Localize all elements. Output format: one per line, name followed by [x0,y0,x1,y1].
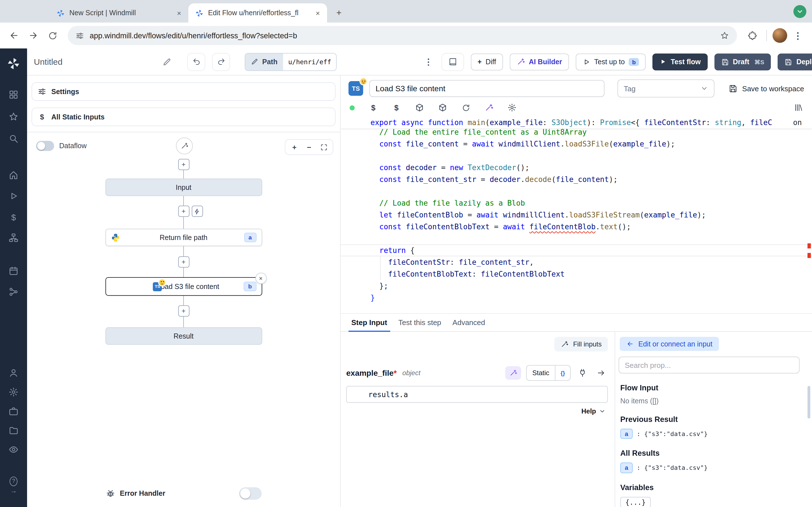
connect-input-button[interactable] [576,366,589,380]
resources-picker-icon[interactable]: $ [392,103,401,112]
code-line[interactable]: fileContentBlobText: fileContentBlobText [341,268,812,280]
input-node[interactable]: Input [105,179,262,196]
code-line[interactable] [341,150,812,162]
tab-close-icon[interactable]: × [174,8,184,18]
ai-flow-button[interactable] [175,137,193,154]
variables-badge[interactable]: {...} [620,497,651,507]
code-editor[interactable]: export async function main(example_file:… [341,117,812,313]
all-static-inputs-button[interactable]: $ All Static Inputs [32,108,336,126]
resources-icon[interactable] [8,233,18,243]
help-button[interactable]: Help [346,407,608,415]
expression-value[interactable]: results.a [368,390,408,399]
code-line[interactable]: let fileContentBlob = await windmillClie… [341,209,812,221]
fill-inputs-button[interactable]: Fill inputs [555,337,608,351]
previous-result-row[interactable]: a : {"s3":"data.csv"} [620,429,805,439]
delete-step-button[interactable]: × [255,273,266,284]
step-summary-input[interactable] [369,80,605,97]
scrollbar-thumb[interactable] [808,386,810,418]
more-options-icon[interactable]: ⋮ [422,57,435,67]
edit-or-connect-banner[interactable]: Edit or connect an input [620,337,719,351]
flow-title-group[interactable]: Untitled [34,57,171,66]
add-step-button[interactable]: + [178,159,189,170]
schedules-icon[interactable] [8,266,18,276]
library-icon[interactable] [794,103,803,112]
code-line[interactable]: fileContentStr: file_content_str, [341,256,812,268]
draft-button[interactable]: Draft ⌘S [714,53,771,70]
error-handler-toggle[interactable] [239,487,261,500]
zoom-out-button[interactable]: − [305,143,313,151]
url-text[interactable]: app.windmill.dev/flows/edit/u/henri/effo… [90,31,714,40]
apps-icon[interactable] [8,90,18,100]
profile-avatar[interactable] [772,28,787,43]
expression-mode-button[interactable]: {} [555,365,570,380]
code-line[interactable] [341,233,812,244]
step-node-b-selected[interactable]: TS Load S3 file content b × [105,277,262,296]
browser-tab-edit-flow[interactable]: Edit Flow u/henri/effortless_fl × [188,3,327,22]
search-icon[interactable] [8,133,18,144]
url-bar[interactable]: app.windmill.dev/flows/edit/u/henri/effo… [68,26,737,45]
save-to-workspace-button[interactable]: Save to workspace [721,84,804,93]
tag-select[interactable]: Tag [617,79,714,98]
ai-fill-button[interactable] [505,366,521,380]
code-lines[interactable]: // Load the entire file_content as a Uin… [341,126,812,304]
audit-logs-icon[interactable] [8,445,18,455]
zoom-in-button[interactable]: + [290,143,298,151]
help-icon[interactable]: ? [10,477,17,485]
code-line[interactable]: const file_content = await windmillClien… [341,138,812,150]
site-settings-icon[interactable] [75,31,84,40]
windmill-logo[interactable] [7,57,20,70]
fit-view-button[interactable] [320,143,327,151]
folders-icon[interactable] [8,425,18,436]
flow-settings-button[interactable]: Settings [32,82,336,101]
flow-title[interactable]: Untitled [34,57,63,66]
add-step-button[interactable]: + [178,206,189,217]
add-step-button[interactable]: + [178,256,189,268]
back-button[interactable] [6,27,22,44]
step-node-a[interactable]: Return file path a [105,229,262,246]
new-tab-button[interactable]: + [332,6,346,20]
settings-gear-icon[interactable] [8,387,18,397]
tab-step-input[interactable]: Step Input [349,314,390,331]
test-flow-button[interactable]: Test flow [653,53,708,70]
undo-button[interactable] [187,53,205,71]
code-line[interactable]: return { [341,244,812,256]
forward-button[interactable] [25,27,42,44]
code-line[interactable]: } [341,292,812,304]
collapse-rail-icon[interactable]: → [10,487,17,495]
tab-advanced[interactable]: Advanced [450,314,488,331]
code-line[interactable]: // Load the file lazily as a Blob [341,197,812,209]
static-mode-button[interactable]: Static [527,365,555,380]
code-line[interactable]: }; [341,280,812,292]
browser-tab-new-script[interactable]: New Script | Windmill × [50,3,188,22]
extensions-icon[interactable] [744,27,761,44]
insert-arrow-button[interactable] [594,366,608,380]
test-up-to-button[interactable]: Test up to b [576,53,646,70]
docs-button[interactable] [442,53,464,71]
add-step-button[interactable]: + [178,305,189,317]
workers-icon[interactable] [8,406,18,416]
path-control[interactable]: Path u/henri/eff [245,53,337,71]
reload-button[interactable] [44,27,61,44]
home-icon[interactable] [8,170,18,180]
path-button[interactable]: Path [245,53,283,70]
deploy-button[interactable]: Deploy [778,53,812,70]
bookmark-star-icon[interactable] [720,31,729,40]
path-value[interactable]: u/henri/eff [283,53,336,70]
package-icon[interactable] [415,103,424,112]
editor-settings-icon[interactable] [507,103,516,112]
users-icon[interactable] [8,368,18,378]
favorites-icon[interactable] [8,112,18,122]
package-icon[interactable] [438,103,447,112]
code-line[interactable]: const fileContentBlobText = await fileCo… [341,221,812,233]
all-results-row[interactable]: a : {"s3":"data.csv"} [620,463,805,473]
code-sticky-line[interactable]: export async function main(example_file:… [341,117,812,128]
tab-test-this-step[interactable]: Test this step [396,314,444,331]
ai-assist-icon[interactable] [485,103,493,112]
variables-picker-icon[interactable]: $ [369,103,378,112]
result-badge[interactable]: a [620,463,633,473]
tab-search-button[interactable] [794,5,806,18]
dataflow-toggle[interactable] [36,141,54,151]
add-trigger-button[interactable] [192,206,203,217]
triggers-icon[interactable] [8,287,18,297]
expression-editor[interactable]: results.a [346,386,608,403]
